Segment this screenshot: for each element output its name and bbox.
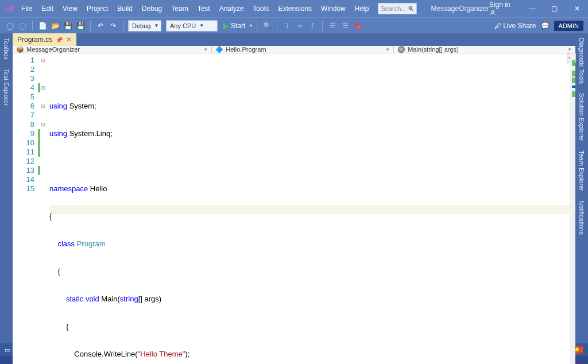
- outline-margin: ⊟ ⊟ ⊟ ⊟: [39, 53, 47, 364]
- open-file-icon[interactable]: 📂: [50, 21, 60, 31]
- toolbox-tab[interactable]: Toolbox: [2, 33, 11, 64]
- play-icon: ▶: [223, 22, 229, 30]
- search-placeholder: Search...: [381, 5, 406, 12]
- solution-config-combo[interactable]: Debug▼: [128, 20, 161, 32]
- step-out-icon[interactable]: ⤴: [307, 21, 318, 31]
- menu-build[interactable]: Build: [113, 0, 137, 17]
- find-icon[interactable]: 🔍: [262, 21, 272, 31]
- menu-team[interactable]: Team: [167, 0, 192, 17]
- tab-close-icon[interactable]: ✕: [66, 36, 72, 44]
- menu-tools[interactable]: Tools: [248, 0, 273, 17]
- menu-edit[interactable]: Edit: [37, 0, 58, 17]
- undo-icon[interactable]: ↶: [95, 21, 106, 31]
- left-sidebar: Toolbox Test Explorer: [0, 33, 13, 343]
- title-bar: File Edit View Project Build Debug Team …: [0, 0, 588, 17]
- uncomment-icon[interactable]: ☰: [340, 21, 350, 31]
- menu-view[interactable]: View: [58, 0, 82, 17]
- overview-ruler[interactable]: [570, 53, 575, 364]
- start-debug-button[interactable]: ▶ Start▾: [223, 22, 252, 30]
- code-editor[interactable]: ✚ 123456789101112131415 ⊟ ⊟ ⊟ ⊟ using Sy…: [13, 53, 575, 364]
- search-box[interactable]: Search... 🔍︎: [378, 3, 417, 14]
- class-icon: 🔷: [215, 46, 223, 53]
- menu-analyze[interactable]: Analyze: [215, 0, 249, 17]
- minimize-button[interactable]: —: [525, 5, 540, 13]
- diagnostic-tools-tab[interactable]: Diagnostic Tools: [577, 33, 586, 88]
- standard-toolbar: ◯ ◯ 📄 📂 💾 💾 ↶ ↷ Debug▼ Any CPU▼ ▶ Start▾…: [0, 17, 588, 33]
- right-sidebar: Diagnostic Tools Solution Explorer Team …: [575, 33, 588, 343]
- admin-badge[interactable]: ADMIN: [554, 21, 583, 31]
- method-icon: 🔘: [397, 46, 405, 53]
- redo-icon[interactable]: ↷: [108, 21, 118, 31]
- search-icon: 🔍︎: [408, 5, 414, 12]
- nav-project[interactable]: 📦 MessageOrganizer▼: [13, 46, 212, 53]
- navigation-bar: 📦 MessageOrganizer▼ 🔷 Hello.Program▼ 🔘 M…: [13, 46, 575, 53]
- menu-extensions[interactable]: Extensions: [273, 0, 316, 17]
- nav-member[interactable]: 🔘 Main(string[] args)▼: [394, 46, 575, 53]
- new-project-icon[interactable]: 📄: [37, 21, 48, 31]
- team-explorer-tab[interactable]: Team Explorer: [577, 146, 586, 196]
- menu-project[interactable]: Project: [82, 0, 113, 17]
- notification-bell-icon[interactable]: 🔔1: [574, 346, 583, 354]
- feedback-icon[interactable]: 💬: [541, 22, 550, 30]
- code-text[interactable]: using System; using System.Linq; namespa…: [47, 53, 570, 364]
- step-over-icon[interactable]: ⤼: [295, 21, 305, 31]
- notifications-tab[interactable]: Notifications: [577, 196, 586, 239]
- nav-back-icon[interactable]: ◯: [5, 21, 15, 31]
- csharp-project-icon: 📦: [16, 46, 24, 53]
- vs-logo-icon: [1, 0, 17, 17]
- save-all-icon[interactable]: 💾: [75, 21, 86, 31]
- solution-platform-combo[interactable]: Any CPU▼: [166, 20, 218, 32]
- nav-class[interactable]: 🔷 Hello.Program▼: [212, 46, 394, 53]
- menu-window[interactable]: Window: [316, 0, 350, 17]
- solution-explorer-tab[interactable]: Solution Explorer: [577, 88, 586, 146]
- live-share-button[interactable]: 🖋 Live Share: [494, 22, 536, 30]
- menu-debug[interactable]: Debug: [137, 0, 167, 17]
- save-icon[interactable]: 💾: [63, 21, 73, 31]
- maximize-button[interactable]: ▢: [547, 5, 562, 13]
- pin-icon[interactable]: 📌: [56, 37, 63, 43]
- tab-label: Program.cs: [17, 36, 52, 44]
- main-menu: File Edit View Project Build Debug Team …: [17, 0, 373, 17]
- bookmark-icon[interactable]: 🔖: [353, 21, 363, 31]
- sign-in-link[interactable]: Sign in: [489, 1, 518, 17]
- line-number-gutter: 123456789101112131415: [13, 53, 39, 364]
- menu-file[interactable]: File: [17, 0, 37, 17]
- svg-point-0: [492, 10, 494, 13]
- menu-test[interactable]: Test: [193, 0, 215, 17]
- menu-help[interactable]: Help: [350, 0, 374, 17]
- document-tabs: Program.cs 📌 ✕: [13, 33, 575, 46]
- comment-icon[interactable]: ☰: [327, 21, 338, 31]
- document-tab-active[interactable]: Program.cs 📌 ✕: [13, 33, 76, 46]
- app-title: MessageOrganizer: [431, 5, 489, 13]
- step-into-icon[interactable]: ⤵: [282, 21, 292, 31]
- nav-fwd-icon[interactable]: ◯: [17, 21, 28, 31]
- test-explorer-tab[interactable]: Test Explorer: [2, 64, 11, 110]
- close-button[interactable]: ✕: [569, 5, 585, 13]
